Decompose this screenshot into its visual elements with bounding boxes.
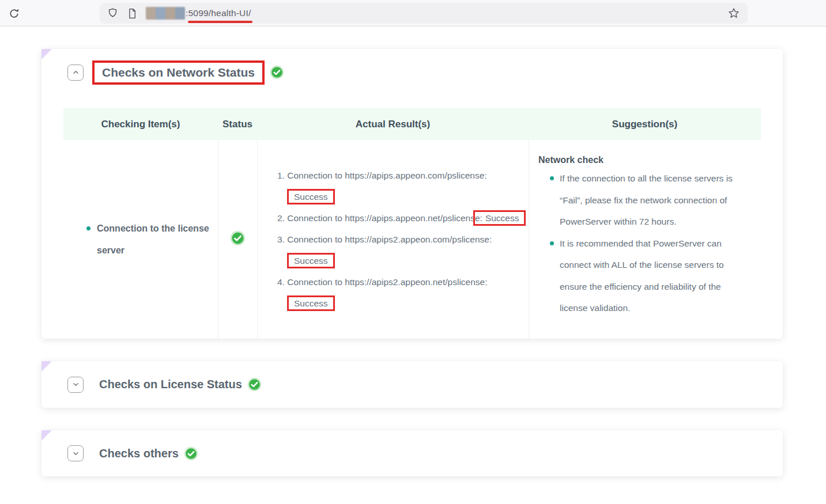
network-status-header: Checks on Network Status <box>42 57 783 88</box>
column-header-actual-results: Actual Result(s) <box>257 119 529 130</box>
column-header-status: Status <box>218 119 257 130</box>
collapse-button-network-status[interactable] <box>67 65 84 81</box>
result-label: 1. Connection to https://apips.appeon.co… <box>277 170 487 181</box>
result-line: Success <box>277 252 529 270</box>
section-checks-others: Checks others <box>42 430 783 476</box>
result-line: Success <box>277 295 529 312</box>
bullet-dot <box>86 226 90 230</box>
suggestion-item: If the connection to all the license ser… <box>560 168 751 233</box>
section-title-checks-others: Checks others <box>99 447 179 460</box>
annotation-box-success: Success <box>473 210 526 226</box>
result-line: 4. Connection to https://apips2.appeon.n… <box>277 274 529 291</box>
chevron-down-icon <box>71 449 81 458</box>
result-line: Success <box>277 188 529 206</box>
expand-button-checks-others[interactable] <box>67 445 84 461</box>
suggestion-title: Network check <box>538 155 755 165</box>
status-cell <box>218 140 257 339</box>
url-text: :5099/health-UI/ <box>186 8 251 18</box>
success-check-icon <box>270 65 284 79</box>
result-line: 2. Connection to https://apips.appeon.ne… <box>277 210 529 227</box>
license-status-header: Checks on License Status <box>42 361 783 408</box>
table-row: Connection to the license server 1. Conn… <box>63 140 761 339</box>
suggestion-item: It is recommended that PowerServer can c… <box>560 233 751 319</box>
url-bar[interactable]: :5099/health-UI/ <box>100 3 748 24</box>
section-title-license-status: Checks on License Status <box>99 378 242 391</box>
section-title-network-status: Checks on Network Status <box>102 66 255 79</box>
table-header-row: Checking Item(s) Status Actual Result(s)… <box>63 108 761 140</box>
column-header-suggestions: Suggestion(s) <box>529 119 761 130</box>
reload-button[interactable] <box>7 6 21 20</box>
column-header-checking-items: Checking Item(s) <box>63 119 218 130</box>
checks-table: Checking Item(s) Status Actual Result(s)… <box>63 108 761 339</box>
annotation-box-title: Checks on Network Status <box>92 60 265 85</box>
suggestion-list: If the connection to all the license ser… <box>538 168 755 319</box>
chevron-down-icon <box>71 380 81 389</box>
section-network-status: Checks on Network Status Checking Item(s… <box>42 49 783 339</box>
url-path-underlined: /health-UI/ <box>209 8 251 18</box>
shield-icon[interactable] <box>107 7 118 20</box>
redacted-host-address <box>146 7 185 20</box>
checks-others-header: Checks others <box>42 430 783 476</box>
bookmark-star-icon[interactable] <box>727 7 740 20</box>
result-line: 1. Connection to https://apips.appeon.co… <box>277 167 529 184</box>
browser-toolbar: :5099/health-UI/ <box>0 0 826 26</box>
success-check-icon <box>247 377 262 392</box>
annotation-box-success: Success <box>287 253 335 268</box>
checking-item-label: Connection to the license server <box>97 218 221 262</box>
suggestions-cell: Network check If the connection to all t… <box>529 140 761 339</box>
section-license-status: Checks on License Status <box>42 361 783 408</box>
result-label: 4. Connection to https://apips2.appeon.n… <box>277 277 488 287</box>
result-label: 3. Connection to https://apips2.appeon.c… <box>277 234 492 245</box>
annotation-box-success: Success <box>287 189 335 204</box>
success-check-icon <box>184 446 198 461</box>
annotation-box-success: Success <box>287 295 335 311</box>
reload-icon <box>8 7 20 20</box>
result-label: 2. Connection to https://apips.appeon.ne… <box>277 213 482 223</box>
expand-button-license-status[interactable] <box>67 377 84 393</box>
actual-results-cell: 1. Connection to https://apips.appeon.co… <box>257 140 529 339</box>
success-check-icon <box>230 230 246 248</box>
page-icon[interactable] <box>127 7 137 20</box>
url-port: :5099 <box>186 8 209 18</box>
result-line: 3. Connection to https://apips2.appeon.c… <box>277 231 529 248</box>
checking-item-cell: Connection to the license server <box>63 140 218 339</box>
chevron-up-icon <box>71 67 81 77</box>
